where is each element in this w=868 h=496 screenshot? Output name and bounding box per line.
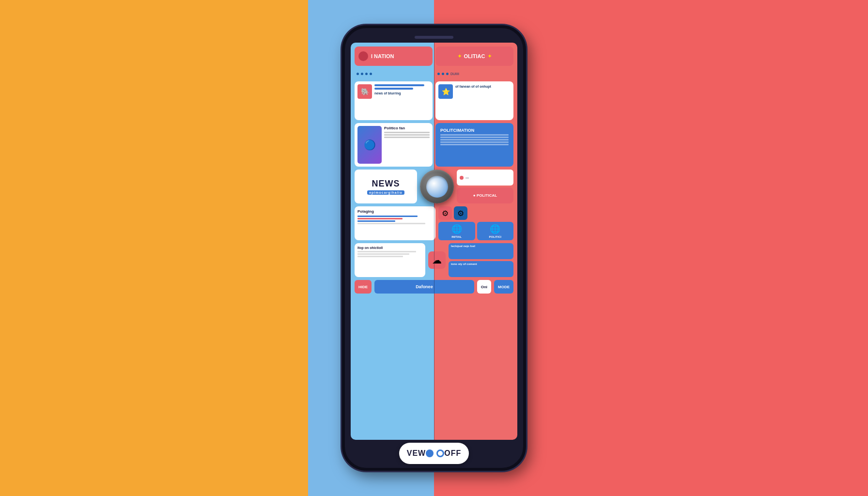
dot6 bbox=[442, 73, 444, 75]
on-button[interactable]: Oni bbox=[477, 280, 491, 294]
mode-label: MODE bbox=[498, 285, 510, 289]
gear-icon2: ⚙ bbox=[457, 209, 464, 218]
feature-card-right[interactable]: POLITCIMATION bbox=[435, 123, 513, 167]
toggle-dot-empty bbox=[436, 450, 444, 457]
article-text-left: news of blurring bbox=[374, 91, 430, 95]
small-dot bbox=[460, 176, 464, 180]
volume-up-button bbox=[342, 130, 343, 149]
poll-line3 bbox=[357, 220, 395, 222]
small-card-top[interactable]: — bbox=[457, 170, 513, 186]
globe-card-right[interactable]: 🌐 POLITICI bbox=[477, 222, 514, 240]
il1 bbox=[357, 251, 416, 252]
polling-card[interactable]: Polaging bbox=[355, 206, 435, 240]
dot2 bbox=[361, 73, 363, 75]
political-card[interactable]: ● POLITICAL bbox=[457, 187, 513, 203]
article-lines-right: of fanean of of onhupt bbox=[455, 84, 511, 89]
bottom-toggle-bar[interactable]: VEW OFF bbox=[399, 443, 469, 464]
article-img-right: ⭐ bbox=[438, 84, 453, 99]
il2 bbox=[357, 253, 409, 255]
phone-mockup: I NATION ✦ OLITIAC ✦ bbox=[342, 25, 526, 471]
political-dot: ● bbox=[473, 193, 477, 198]
toggle-right-label: OFF bbox=[444, 449, 461, 458]
gear-icon-box2[interactable]: ⚙ bbox=[454, 206, 467, 220]
article-text-right: of fanean of of onhupt bbox=[455, 84, 511, 89]
feature-content-left: Politico fan bbox=[384, 126, 430, 164]
info-title-left: Itop on ohictioll bbox=[357, 246, 422, 249]
hide-label: HIDE bbox=[358, 285, 368, 289]
hide-button[interactable]: HIDE bbox=[355, 280, 372, 294]
gear-icons-row: ⚙ ⚙ 🌐 INITIAL 🌐 POLITICI bbox=[438, 206, 513, 240]
right-tab-label: OLITIAC bbox=[464, 53, 485, 59]
feature-title-left: Politico fan bbox=[384, 126, 430, 130]
knob-inner bbox=[426, 176, 448, 198]
phone-screen: I NATION ✦ OLITIAC ✦ bbox=[351, 43, 517, 440]
fr4 bbox=[440, 141, 509, 143]
right-tab[interactable]: ✦ OLITIAC ✦ bbox=[435, 46, 513, 66]
cloud-icon-box: ☁ bbox=[428, 251, 446, 269]
dot7 bbox=[446, 73, 449, 75]
fl3 bbox=[384, 137, 430, 138]
dot5 bbox=[437, 73, 440, 75]
fr1 bbox=[440, 134, 509, 136]
dot3 bbox=[365, 73, 368, 75]
silent-button bbox=[342, 106, 343, 120]
left-tab-icon bbox=[358, 51, 368, 61]
volume-down-button bbox=[342, 156, 343, 176]
gear-icon-box1[interactable]: ⚙ bbox=[438, 206, 452, 220]
left-tab-label: I NATION bbox=[371, 53, 394, 59]
news-big-card[interactable]: NEWS epimocarglhalio bbox=[355, 170, 417, 203]
article-line1 bbox=[374, 84, 424, 86]
poll-line2 bbox=[357, 218, 403, 219]
political-text: ● POLITICAL bbox=[473, 193, 497, 198]
globe-label-left: INITIAL bbox=[451, 235, 462, 238]
power-button bbox=[525, 125, 526, 154]
feature-lines-left bbox=[384, 132, 430, 138]
globe-cards: 🌐 INITIAL 🌐 POLITICI bbox=[438, 222, 513, 240]
balance-button[interactable]: Dafonee bbox=[374, 280, 474, 294]
globe-icon-right: 🌐 bbox=[490, 224, 500, 234]
fr3 bbox=[440, 139, 509, 140]
balance-label: Dafonee bbox=[416, 284, 433, 289]
news-tag: epimocarglhalio bbox=[367, 190, 404, 195]
feature-card-left[interactable]: 🔵 Politico fan bbox=[355, 123, 433, 167]
dot4 bbox=[370, 73, 372, 75]
feature-lines-right bbox=[440, 134, 509, 145]
dot1 bbox=[356, 73, 359, 75]
right-middle-cards: — ● POLITICAL bbox=[457, 170, 513, 203]
phone-speaker bbox=[415, 36, 453, 39]
info-right-text2: tono sty of coment bbox=[451, 263, 511, 266]
polling-title: Polaging bbox=[357, 209, 433, 214]
info-right-card1[interactable]: leclojual nejo loel bbox=[449, 243, 513, 259]
cloud-area: ☁ bbox=[428, 243, 446, 277]
star-icon-right: ✦ bbox=[487, 53, 492, 60]
subtitle-right-text: DUIIII bbox=[450, 72, 459, 76]
middle-row: NEWS epimocarglhalio — bbox=[355, 170, 513, 203]
mode-button[interactable]: MODE bbox=[494, 280, 513, 294]
knob-area bbox=[420, 170, 454, 203]
globe-card-left[interactable]: 🌐 INITIAL bbox=[438, 222, 475, 240]
fl1 bbox=[384, 132, 430, 133]
article-line2 bbox=[374, 88, 413, 90]
article-card-right[interactable]: ⭐ of fanean of of onhupt bbox=[435, 81, 513, 120]
toggle-left-label: VEW bbox=[407, 449, 426, 458]
on-label: Oni bbox=[481, 285, 487, 289]
screen-divider bbox=[434, 43, 434, 440]
background-left bbox=[0, 0, 308, 496]
info-card-left[interactable]: Itop on ohictioll bbox=[355, 243, 425, 277]
center-knob[interactable] bbox=[420, 170, 454, 203]
toggle-dot-filled bbox=[426, 450, 434, 457]
feature-content-right: POLITCIMATION bbox=[438, 126, 511, 164]
left-tab[interactable]: I NATION bbox=[355, 46, 433, 66]
info-right-card2[interactable]: tono sty of coment bbox=[449, 261, 513, 277]
info-right-cards: leclojual nejo loel tono sty of coment bbox=[449, 243, 513, 277]
polling-lines bbox=[357, 216, 433, 224]
article-card-left[interactable]: 🐘 news of blurring bbox=[355, 81, 433, 120]
small-card-text: — bbox=[465, 176, 469, 179]
article-lines-left: news of blurring bbox=[374, 84, 430, 95]
fl2 bbox=[384, 134, 430, 136]
cloud-icon: ☁ bbox=[432, 254, 442, 266]
fr2 bbox=[440, 137, 509, 138]
poll-line1 bbox=[357, 216, 418, 217]
background-right bbox=[560, 0, 868, 496]
subtitle-left bbox=[355, 69, 433, 78]
